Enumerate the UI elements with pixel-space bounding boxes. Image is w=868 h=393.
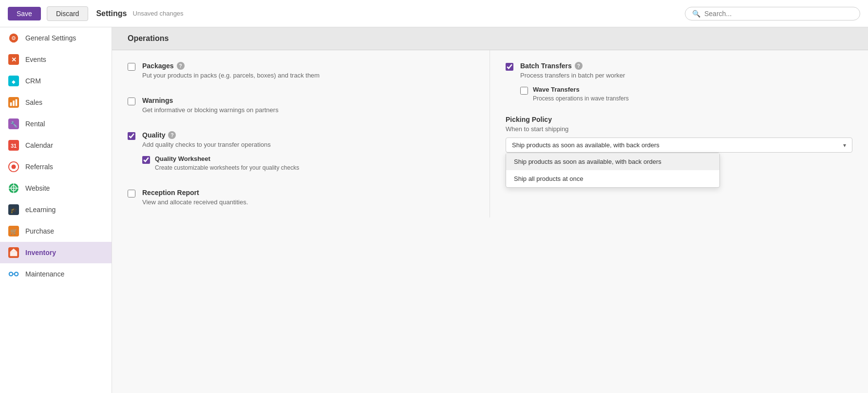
packages-info: Packages ? Put your products in packs (e… [142, 62, 320, 79]
quality-worksheet-checkbox-wrap[interactable] [142, 156, 150, 165]
warnings-checkbox[interactable] [128, 98, 135, 105]
general-settings-icon: ⚙ [8, 32, 19, 44]
svg-rect-7 [10, 102, 12, 106]
reception-info: Reception Report View and allocate recei… [142, 189, 248, 206]
right-column: Batch Transfers ? Process transfers in b… [490, 50, 868, 217]
quality-title: Quality ? [142, 131, 299, 139]
save-button[interactable]: Save [8, 7, 41, 20]
sidebar-item-sales-label: Sales [25, 98, 42, 106]
wave-checkbox[interactable] [520, 87, 528, 95]
batch-title: Batch Transfers ? [520, 62, 629, 70]
sidebar-item-website[interactable]: Website [0, 177, 112, 199]
sidebar-item-calendar-label: Calendar [25, 141, 53, 149]
unsaved-label: Unsaved changes [133, 10, 184, 17]
svg-point-27 [9, 272, 13, 275]
sidebar-item-maintenance[interactable]: Maintenance [0, 263, 112, 285]
discard-button[interactable]: Discard [47, 6, 88, 21]
sidebar-item-inventory[interactable]: Inventory [0, 242, 112, 263]
page-title: Settings [96, 9, 127, 18]
quality-worksheet-desc: Create customizable worksheets for your … [155, 164, 299, 171]
sidebar-item-calendar[interactable]: 31 Calendar [0, 135, 112, 156]
elearning-icon: 🎓 [8, 204, 19, 216]
sidebar-item-purchase-label: Purchase [25, 227, 54, 235]
packages-checkbox-wrap[interactable] [128, 63, 135, 72]
wave-desc: Process operations in wave transfers [533, 95, 629, 102]
inventory-icon [8, 247, 19, 258]
picking-dropdown[interactable]: Ship products as soon as available, with… [506, 138, 852, 153]
sidebar-item-rental[interactable]: 🔧 Rental [0, 113, 112, 135]
picking-option-2[interactable]: Ship all products at once [506, 170, 719, 187]
reception-checkbox[interactable] [128, 190, 135, 197]
batch-desc: Process transfers in batch per worker [520, 72, 629, 79]
quality-checkbox-wrap[interactable] [128, 132, 135, 141]
picking-option-1[interactable]: Ship products as soon as available, with… [506, 153, 719, 170]
sidebar-item-sales[interactable]: Sales [0, 92, 112, 113]
warnings-setting: Warnings Get informative or blocking war… [128, 97, 474, 114]
svg-rect-25 [10, 252, 18, 256]
sidebar-item-crm-label: CRM [25, 77, 41, 85]
svg-text:🎓: 🎓 [10, 206, 18, 214]
crm-icon: ◆ [8, 75, 19, 87]
batch-checkbox-wrap[interactable] [506, 63, 513, 72]
picking-policy-setting: Picking Policy When to start shipping Sh… [506, 116, 852, 153]
reception-title: Reception Report [142, 189, 248, 196]
sidebar-item-events-label: Events [25, 56, 46, 63]
svg-text:◆: ◆ [12, 79, 16, 84]
sidebar-item-elearning-label: eLearning [25, 206, 56, 214]
sidebar: ⚙ General Settings ✕ Events ◆ CRM Sales … [0, 27, 112, 393]
reception-report-setting: Reception Report View and allocate recei… [128, 189, 474, 206]
sidebar-item-website-label: Website [25, 184, 50, 192]
sidebar-item-crm[interactable]: ◆ CRM [0, 70, 112, 92]
settings-grid: Packages ? Put your products in packs (e… [112, 50, 868, 217]
svg-text:🛒: 🛒 [10, 228, 18, 235]
svg-point-15 [11, 164, 16, 169]
batch-help-icon[interactable]: ? [575, 62, 583, 70]
wave-info: Wave Transfers Process operations in wav… [533, 86, 629, 102]
batch-checkbox[interactable] [506, 63, 513, 71]
svg-text:✕: ✕ [11, 56, 17, 63]
reception-desc: View and allocate received quantities. [142, 198, 248, 206]
quality-help-icon[interactable]: ? [168, 131, 176, 139]
search-input[interactable] [704, 10, 853, 18]
left-column: Packages ? Put your products in packs (e… [112, 50, 490, 217]
search-icon: 🔍 [692, 10, 700, 18]
rental-icon: 🔧 [8, 118, 19, 130]
calendar-icon: 31 [8, 139, 19, 151]
svg-rect-9 [16, 99, 18, 106]
warnings-checkbox-wrap[interactable] [128, 98, 135, 107]
section-title: Operations [128, 34, 169, 42]
picking-dropdown-wrap: Ship products as soon as available, with… [506, 138, 852, 153]
section-header: Operations [112, 27, 868, 50]
quality-desc: Add quality checks to your transfer oper… [142, 141, 299, 148]
wave-checkbox-wrap[interactable] [520, 87, 528, 96]
svg-point-28 [15, 272, 18, 275]
sidebar-item-events[interactable]: ✕ Events [0, 49, 112, 70]
content-area: Operations Packages ? Put your products … [112, 27, 868, 393]
packages-desc: Put your products in packs (e.g. parcels… [142, 72, 320, 79]
svg-text:31: 31 [11, 143, 17, 149]
sidebar-item-purchase[interactable]: 🛒 Purchase [0, 220, 112, 242]
dropdown-arrow-icon: ▾ [843, 142, 846, 149]
packages-setting: Packages ? Put your products in packs (e… [128, 62, 474, 79]
maintenance-icon [8, 268, 19, 280]
quality-checkbox[interactable] [128, 132, 135, 140]
sidebar-item-elearning[interactable]: 🎓 eLearning [0, 199, 112, 220]
quality-setting: Quality ? Add quality checks to your tra… [128, 131, 474, 171]
reception-checkbox-wrap[interactable] [128, 190, 135, 199]
packages-help-icon[interactable]: ? [177, 62, 185, 70]
batch-info: Batch Transfers ? Process transfers in b… [520, 62, 629, 102]
purchase-icon: 🛒 [8, 225, 19, 237]
referrals-icon [8, 161, 19, 173]
sidebar-item-general-label: General Settings [25, 34, 76, 42]
quality-worksheet-checkbox[interactable] [142, 156, 150, 164]
svg-rect-8 [13, 100, 15, 106]
packages-checkbox[interactable] [128, 63, 135, 71]
svg-text:⚙: ⚙ [11, 35, 16, 41]
events-icon: ✕ [8, 54, 19, 65]
sidebar-item-general[interactable]: ⚙ General Settings [0, 27, 112, 49]
quality-worksheet-title: Quality Worksheet [155, 155, 299, 162]
sidebar-item-referrals[interactable]: Referrals [0, 156, 112, 177]
batch-transfers-setting: Batch Transfers ? Process transfers in b… [506, 62, 852, 102]
picking-desc: When to start shipping [506, 125, 852, 133]
sidebar-item-rental-label: Rental [25, 120, 45, 128]
